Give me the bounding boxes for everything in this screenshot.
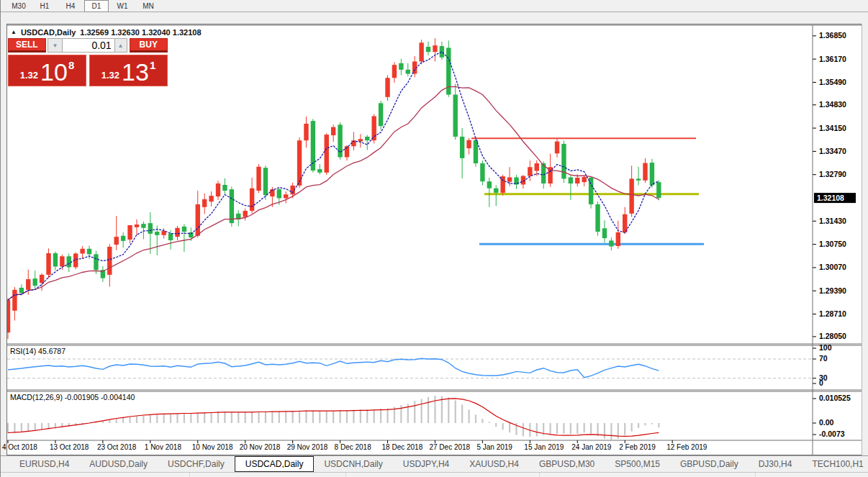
timeframe-button-h4[interactable]: H4 — [58, 0, 83, 12]
price-axis-label: 1.30070 — [819, 263, 846, 271]
chart-tab-eurusd-h4[interactable]: EURUSD,H4 — [9, 456, 79, 472]
macd-axis-label: 0.010525 — [819, 394, 851, 402]
candle — [379, 101, 383, 130]
chart-tabs-bar: EURUSD,H4AUDUSD,DailyUSDCHF,DailyUSDCAD,… — [1, 455, 868, 472]
candle — [589, 176, 593, 209]
collapse-arrow-icon[interactable]: ▲ — [11, 29, 17, 35]
candle — [297, 137, 302, 188]
price-axis-label: 1.34830 — [819, 100, 846, 109]
chart-tab-usdjpy-h4[interactable]: USDJPY,H4 — [393, 456, 459, 472]
date-axis-label: 1 Nov 2018 — [145, 443, 182, 451]
price-axis-label: 1.36170 — [819, 55, 846, 63]
timeframe-button-w1[interactable]: W1 — [110, 0, 135, 12]
sell-price-pip: 8 — [68, 59, 74, 71]
date-axis-label: 20 Nov 2018 — [240, 443, 281, 451]
price-axis-label: 1.28710 — [819, 309, 846, 318]
status-cell-divider — [345, 473, 346, 477]
right-scroll-gutter[interactable] — [862, 24, 868, 455]
buy-button[interactable]: BUY — [130, 38, 168, 53]
sell-button[interactable]: SELL — [8, 38, 46, 53]
price-axis-label: 1.33470 — [819, 147, 846, 155]
chart-tab-usdcnh-daily[interactable]: USDCNH,Daily — [314, 456, 392, 472]
timeframe-button-m30[interactable]: M30 — [6, 0, 31, 12]
status-cell-divider — [755, 473, 756, 477]
sell-quote-button[interactable]: 1.32 10 8 — [8, 55, 86, 86]
volume-decrease-button[interactable]: ▼ — [48, 38, 63, 53]
macd-axis-label: 0.00 — [819, 418, 834, 427]
date-axis-label: 13 Oct 2018 — [50, 443, 89, 451]
macd-indicator-label: MACD(12,26,9) -0.001905 -0.004140 — [10, 393, 135, 401]
chart-tab-xauusd-h4[interactable]: XAUUSD,H4 — [459, 456, 529, 472]
price-axis-label: 1.28050 — [819, 332, 846, 340]
buy-quote-button[interactable]: 1.32 13 1 — [89, 55, 168, 86]
application-window: M30H1H4D1W1MN 1.368501.361701.354901.348… — [0, 0, 868, 477]
chart-tab-dj30-h4[interactable]: DJ30,H4 — [749, 456, 803, 472]
sell-price-big: 10 — [40, 61, 68, 83]
candle — [256, 164, 261, 193]
chart-tab-usdchf-daily[interactable]: USDCHF,Daily — [158, 456, 235, 472]
chart-tab-gbpusd-daily[interactable]: GBPUSD,Daily — [670, 456, 749, 472]
date-axis-label: 5 Jan 2019 — [476, 443, 512, 451]
chart-tab-audusd-daily[interactable]: AUDUSD,Daily — [79, 456, 158, 472]
spin-up-icon: ▲ — [118, 42, 124, 49]
candle — [230, 186, 234, 227]
price-axis-label: 1.31430 — [819, 217, 846, 225]
rsi-axis-label: 100 — [819, 343, 832, 352]
one-click-trade-panel: SELL ▼ 0.01 ▲ BUY 1.32 10 8 1.32 13 1 — [8, 38, 168, 86]
macd-axis-label: -0.0073 — [819, 430, 845, 438]
chart-tab-gbpusd-m30[interactable]: GBPUSD,M30 — [529, 456, 605, 472]
symbol-title: USDCAD,Daily — [21, 28, 76, 37]
candle — [446, 40, 451, 96]
candle — [325, 133, 329, 175]
buy-price-big: 13 — [122, 61, 149, 83]
chart-symbol-header: ▲ USDCAD,Daily 1.32569 1.32630 1.32040 1… — [11, 28, 202, 37]
status-cell-divider — [539, 473, 540, 477]
date-axis-label: 18 Dec 2018 — [382, 443, 423, 451]
chart-tab-sp500-m15[interactable]: SP500,M15 — [605, 456, 670, 472]
price-axis-label: 1.30750 — [819, 240, 846, 248]
chart-tab-tech100-h1[interactable]: TECH100,H1 — [802, 456, 868, 472]
candle — [656, 180, 661, 200]
rsi-label: RSI(14) 45.6787 — [10, 347, 65, 355]
rsi-axis-label: 70 — [819, 354, 828, 363]
date-axis-label: 24 Jan 2019 — [571, 443, 611, 451]
price-axis-label: 1.34150 — [819, 124, 846, 132]
date-axis-label: 23 Oct 2018 — [97, 443, 137, 451]
volume-input[interactable]: 0.01 — [63, 38, 114, 53]
buy-price-prefix: 1.32 — [101, 70, 119, 81]
candle — [338, 122, 342, 160]
buy-price-pip: 1 — [150, 59, 155, 71]
candle — [595, 201, 600, 236]
macd-label: MACD(12,26,9) -0.001905 -0.004140 — [10, 393, 135, 401]
timeframe-button-mn[interactable]: MN — [136, 0, 161, 12]
price-axis-label: 1.36850 — [819, 31, 846, 40]
date-axis-label: 4 Oct 2018 — [2, 443, 37, 451]
sell-price-prefix: 1.32 — [20, 70, 38, 81]
date-axis-label: 8 Dec 2018 — [335, 443, 372, 451]
rsi-axis-label: 0 — [819, 378, 823, 387]
timeframe-button-d1[interactable]: D1 — [84, 0, 109, 12]
chart-tab-usdcad-daily[interactable]: USDCAD,Daily — [235, 456, 315, 472]
status-strip — [1, 472, 868, 477]
candle — [500, 175, 505, 196]
current-price-value: 1.32108 — [817, 194, 844, 202]
spin-down-icon: ▼ — [52, 42, 58, 49]
candle — [561, 141, 566, 183]
ohlc-values: 1.32569 1.32630 1.32040 1.32108 — [80, 28, 201, 37]
date-axis-label: 15 Jan 2019 — [524, 443, 564, 451]
status-cell-divider — [189, 473, 190, 477]
candle — [385, 75, 389, 101]
timeframe-button-h1[interactable]: H1 — [32, 0, 57, 12]
date-axis-label: 10 Nov 2018 — [192, 443, 233, 451]
timeframe-toolbar: M30H1H4D1W1MN — [1, 0, 868, 12]
price-axis-label: 1.35490 — [819, 78, 846, 86]
price-axis-label: 1.29390 — [819, 286, 846, 295]
rsi-indicator-label: RSI(14) 45.6787 — [10, 347, 65, 355]
date-axis-label: 29 Nov 2018 — [287, 443, 328, 451]
date-axis-label: 2 Feb 2019 — [619, 443, 656, 451]
candle — [311, 119, 315, 173]
candle — [419, 40, 423, 64]
volume-increase-button[interactable]: ▲ — [114, 38, 127, 53]
price-axis-label: 1.32790 — [819, 170, 846, 178]
date-axis-label: 12 Feb 2019 — [666, 443, 707, 451]
